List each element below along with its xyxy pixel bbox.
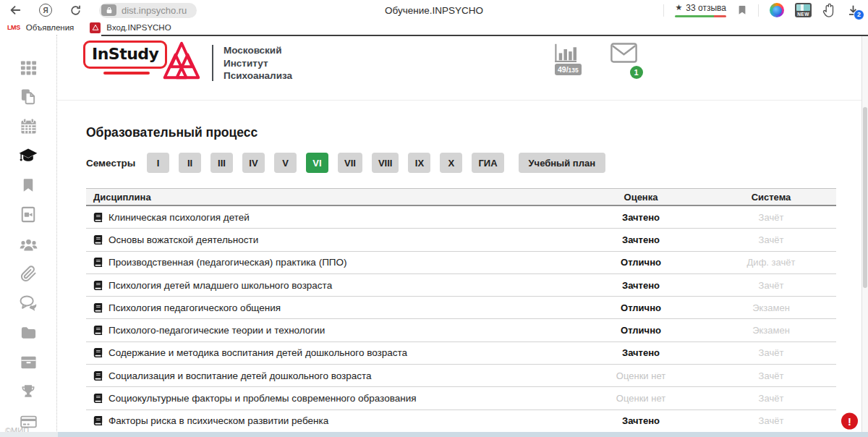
column-grade: Оценка	[576, 192, 706, 203]
sidebar-item-archive[interactable]	[19, 353, 38, 372]
page-title: Образовательный процесс	[86, 125, 868, 140]
discipline-cell[interactable]: Психология детей младшего школьного возр…	[86, 280, 576, 291]
main-area: InStudy Московский Институт Психоанализа…	[57, 35, 868, 437]
sidebar-item-documents[interactable]	[19, 88, 38, 106]
bookmark-page-icon[interactable]	[737, 4, 747, 16]
sidebar-item-media-file[interactable]	[19, 205, 38, 224]
system-cell: Диф. зачёт	[706, 257, 836, 268]
rating-bar	[675, 15, 726, 18]
camera-extension-icon[interactable]	[770, 3, 784, 17]
semester-tab-iv[interactable]: IV	[242, 153, 265, 173]
discipline-cell[interactable]: Факторы риска в психическом развитии реб…	[86, 415, 576, 426]
glove-extension-icon[interactable]	[822, 3, 836, 18]
sidebar-item-bookmarks[interactable]	[19, 176, 38, 195]
discipline-cell[interactable]: Психолого-педагогические теории и технол…	[86, 325, 576, 336]
vertical-scrollbar[interactable]	[861, 35, 868, 432]
site-reviews[interactable]: ★ 33 отзыва	[675, 3, 726, 18]
back-button[interactable]	[9, 4, 22, 17]
semester-tabs: Семестры IIIIIIIVVVIVIIVIIIIXXГИАУчебный…	[86, 153, 868, 173]
grade-cell: Зачтено	[576, 212, 706, 223]
sidebar-item-awards[interactable]	[19, 383, 38, 402]
table-row[interactable]: Психология детей младшего школьного возр…	[86, 274, 836, 297]
site-header: InStudy Московский Институт Психоанализа…	[57, 35, 868, 101]
semester-tab-vii[interactable]: VII	[338, 153, 362, 173]
sidebar-item-calendar[interactable]	[19, 117, 38, 136]
messages-icon	[20, 295, 38, 312]
discipline-cell[interactable]: Психология педагогического общения	[86, 302, 576, 313]
sidebar-item-apps-grid[interactable]	[19, 58, 38, 77]
bookmark-inpsycho-login[interactable]: Вход.INPSYCHO	[90, 22, 171, 33]
table-row[interactable]: Производственная (педагогическая) практи…	[86, 252, 836, 274]
system-cell: Экзамен	[706, 325, 836, 336]
sidebar: ©МИП	[0, 35, 57, 437]
semester-tab-ii[interactable]: II	[179, 153, 201, 173]
media-file-icon	[20, 206, 36, 223]
yandex-services-icon[interactable]: Я	[39, 4, 52, 17]
sidebar-item-folders[interactable]	[19, 323, 38, 342]
discipline-cell[interactable]: Социокультурные факторы и проблемы совре…	[86, 393, 576, 404]
table-row[interactable]: Факторы риска в психическом развитии реб…	[86, 410, 836, 433]
semester-tab-iii[interactable]: III	[210, 153, 233, 173]
users-icon	[20, 237, 38, 253]
mip-triangle-logo[interactable]	[161, 41, 202, 80]
grade-cell: Отлично	[576, 257, 706, 268]
sidebar-item-education[interactable]	[19, 146, 38, 165]
semester-tab-v[interactable]: V	[274, 153, 297, 173]
grade-cell: Отлично	[576, 302, 706, 313]
semester-tab-x[interactable]: X	[440, 153, 462, 173]
new-extension-icon[interactable]: NEW	[795, 3, 812, 17]
discipline-name: Основы вожатской деятельности	[109, 234, 258, 245]
semesters-label: Семестры	[86, 158, 147, 169]
sidebar-item-users[interactable]	[19, 235, 38, 254]
discipline-cell[interactable]: Клиническая психология детей	[86, 212, 576, 223]
table-row[interactable]: Социокультурные факторы и проблемы совре…	[86, 387, 836, 410]
semester-tab-учебный-план[interactable]: Учебный план	[519, 153, 605, 173]
table-row[interactable]: Психолого-педагогические теории и технол…	[86, 319, 836, 341]
discipline-name: Психолого-педагогические теории и технол…	[109, 325, 325, 336]
address-bar[interactable]: dist.inpsycho.ru	[99, 3, 197, 18]
semester-tab-i[interactable]: I	[147, 153, 169, 173]
bookmark-label: Объявления	[26, 23, 75, 32]
toolbar-divider	[758, 4, 759, 17]
downloads-button[interactable]: 2	[847, 4, 859, 17]
sidebar-item-attachments[interactable]	[19, 265, 38, 284]
table-row[interactable]: Социализация и воспитание детей дошкольн…	[86, 365, 836, 387]
discipline-cell[interactable]: Содержание и методика воспитания детей д…	[86, 347, 576, 358]
table-row[interactable]: Клиническая психология детейЗачтеноЗачёт	[86, 206, 836, 229]
progress-badge: 49/135	[555, 64, 582, 75]
mail-button[interactable]: 1	[610, 43, 637, 75]
mip-favicon	[90, 22, 101, 33]
downloads-badge: 2	[854, 9, 864, 20]
horizontal-scrollbar[interactable]	[0, 432, 868, 437]
discipline-name: Содержание и методика воспитания детей д…	[109, 347, 407, 358]
semester-tab-vi[interactable]: VI	[306, 153, 328, 173]
bookmark-announcements[interactable]: LMSОбъявления	[7, 23, 74, 32]
discipline-cell[interactable]: Социализация и воспитание детей дошкольн…	[86, 370, 576, 381]
alert-icon[interactable]: !	[841, 412, 858, 429]
progress-stats-button[interactable]: 49/135	[555, 43, 582, 75]
folders-icon	[20, 326, 37, 340]
mail-unread-badge: 1	[630, 66, 643, 79]
attachments-icon	[20, 266, 37, 282]
discipline-name: Психология педагогического общения	[109, 302, 281, 313]
bookmark-label: Вход.INPSYCHO	[106, 23, 171, 32]
table-row[interactable]: Основы вожатской деятельностиЗачтеноЗачё…	[86, 229, 836, 251]
semester-tab-гиа[interactable]: ГИА	[472, 153, 503, 173]
table-row[interactable]: Психология педагогического общенияОтличн…	[86, 297, 836, 319]
system-cell: Зачёт	[706, 415, 836, 426]
sidebar-item-messages[interactable]	[19, 294, 38, 313]
url-text: dist.inpsycho.ru	[122, 5, 187, 16]
semester-tab-viii[interactable]: VIII	[372, 153, 399, 173]
page: ©МИП InStudy Московский Институт Психоан…	[0, 35, 868, 437]
discipline-cell[interactable]: Производственная (педагогическая) практи…	[86, 257, 576, 268]
system-cell: Зачёт	[706, 234, 836, 245]
refresh-button[interactable]	[69, 4, 82, 17]
table-row[interactable]: Содержание и методика воспитания детей д…	[86, 342, 836, 365]
discipline-cell[interactable]: Основы вожатской деятельности	[86, 234, 576, 245]
scrollbar-thumb[interactable]	[863, 107, 867, 288]
semester-tab-ix[interactable]: IX	[408, 153, 430, 173]
discipline-name: Социокультурные факторы и проблемы совре…	[109, 393, 416, 404]
instudy-logo[interactable]: InStudy	[83, 41, 167, 75]
book-icon	[93, 348, 103, 357]
lock-icon	[101, 4, 116, 16]
